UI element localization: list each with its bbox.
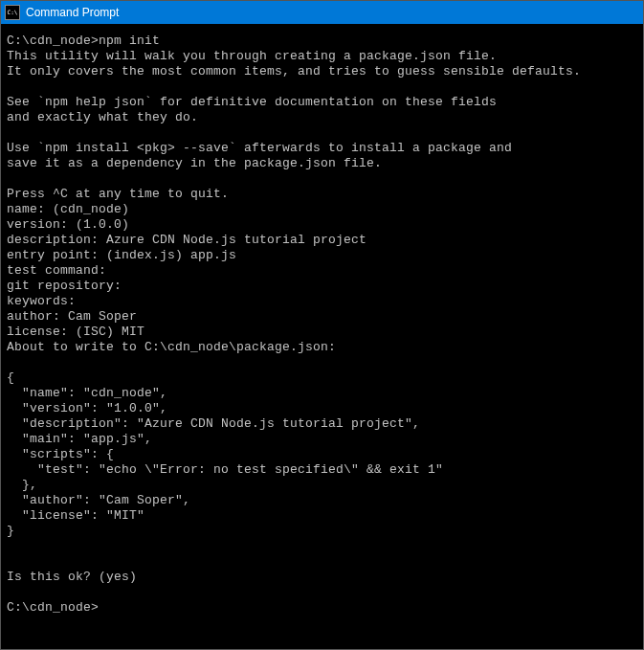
terminal-line — [7, 125, 637, 141]
titlebar[interactable]: Command Prompt — [1, 1, 643, 24]
terminal-line: C:\cdn_node> — [7, 600, 637, 616]
terminal-line: Is this ok? (yes) — [7, 570, 637, 585]
terminal-line: About to write to C:\cdn_node\package.js… — [7, 340, 637, 355]
terminal-line: git repository: — [7, 279, 637, 294]
terminal-line: } — [7, 524, 637, 539]
terminal-line: This utility will walk you through creat… — [7, 49, 637, 64]
cmd-icon — [5, 5, 20, 20]
terminal-line: See `npm help json` for definitive docum… — [7, 95, 637, 110]
window-title: Command Prompt — [26, 6, 119, 19]
terminal-line: "name": "cdn_node", — [7, 386, 637, 401]
terminal-line: C:\cdn_node>npm init — [7, 34, 637, 49]
terminal-line: license: (ISC) MIT — [7, 325, 637, 340]
terminal-line: author: Cam Soper — [7, 309, 637, 325]
terminal-line: Use `npm install <pkg> --save` afterward… — [7, 141, 637, 156]
terminal-line: description: Azure CDN Node.js tutorial … — [7, 233, 637, 248]
terminal-line: "license": "MIT" — [7, 508, 637, 524]
terminal-line: "version": "1.0.0", — [7, 401, 637, 416]
terminal-line: "author": "Cam Soper", — [7, 493, 637, 508]
terminal-line: keywords: — [7, 294, 637, 309]
terminal-line: "description": "Azure CDN Node.js tutori… — [7, 416, 637, 432]
terminal-line: "scripts": { — [7, 447, 637, 462]
terminal-line — [7, 554, 637, 570]
terminal-line: version: (1.0.0) — [7, 217, 637, 233]
terminal-line: It only covers the most common items, an… — [7, 64, 637, 79]
terminal-line: entry point: (index.js) app.js — [7, 248, 637, 263]
terminal-line: }, — [7, 478, 637, 493]
terminal-output[interactable]: C:\cdn_node>npm initThis utility will wa… — [1, 24, 643, 649]
terminal-line — [7, 171, 637, 187]
terminal-line — [7, 79, 637, 95]
terminal-line — [7, 355, 637, 370]
terminal-line — [7, 539, 637, 554]
terminal-line: "main": "app.js", — [7, 432, 637, 447]
terminal-line: and exactly what they do. — [7, 110, 637, 125]
terminal-line: name: (cdn_node) — [7, 202, 637, 217]
terminal-line — [7, 585, 637, 600]
terminal-line: Press ^C at any time to quit. — [7, 187, 637, 202]
terminal-line: test command: — [7, 263, 637, 279]
terminal-line: save it as a dependency in the package.j… — [7, 156, 637, 171]
terminal-line: { — [7, 370, 637, 386]
terminal-line: "test": "echo \"Error: no test specified… — [7, 462, 637, 478]
